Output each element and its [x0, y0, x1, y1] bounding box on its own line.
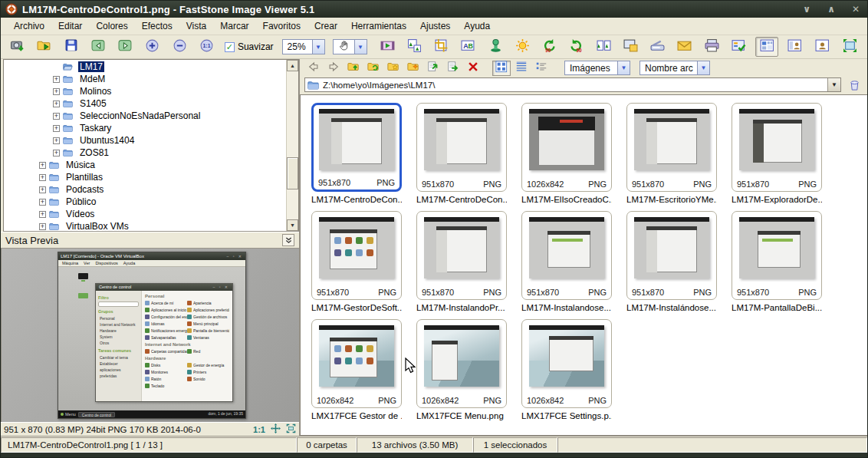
- menu-efectos[interactable]: Efectos: [135, 18, 179, 34]
- expander-icon[interactable]: +: [53, 113, 60, 120]
- screen-capture-button[interactable]: [620, 37, 641, 57]
- actual-size-button[interactable]: 1:1: [196, 37, 217, 57]
- fit-window-icon[interactable]: [286, 423, 296, 436]
- tree-item-vídeos[interactable]: +Vídeos: [4, 208, 285, 220]
- close-button[interactable]: ✕: [849, 4, 863, 15]
- thumbnail-cell[interactable]: 951x870PNG: [626, 211, 717, 300]
- thumbnails-view-button[interactable]: [492, 61, 511, 76]
- fullscreen-button[interactable]: [838, 37, 861, 57]
- collapse-preview-button[interactable]: [282, 234, 294, 246]
- up-folder-button[interactable]: [344, 61, 363, 76]
- expander-icon[interactable]: +: [39, 174, 46, 181]
- tree-scrollbar[interactable]: ▲ ▼: [286, 60, 298, 231]
- hand-tool-select-dropdown-button[interactable]: ▼: [354, 40, 367, 54]
- actual-size-button[interactable]: 1:1: [253, 425, 265, 434]
- tree-item-ubuntus1404[interactable]: +Ubuntus1404: [4, 134, 285, 147]
- resize-button[interactable]: [404, 37, 425, 57]
- expander-icon[interactable]: +: [39, 199, 46, 206]
- slideshow-button[interactable]: [377, 37, 398, 57]
- tree-item-zos81[interactable]: +ZOS81: [4, 147, 285, 159]
- sort-select-dropdown-button[interactable]: ▼: [697, 61, 709, 74]
- thumbnail-cell[interactable]: 951x870PNG: [311, 211, 402, 300]
- zoom-in-button[interactable]: [142, 37, 163, 57]
- menu-herramientas[interactable]: Herramientas: [344, 18, 413, 34]
- address-dropdown-button[interactable]: ▼: [827, 78, 840, 91]
- tree-item-virtualbox-vms[interactable]: +VirtualBox VMs: [4, 220, 285, 231]
- tree-item-podcasts[interactable]: +Podcasts: [4, 183, 285, 196]
- open-folder-button[interactable]: [34, 37, 54, 57]
- filter-select[interactable]: Imágenes▼: [564, 61, 630, 75]
- scroll-track[interactable]: [287, 71, 298, 219]
- thumbnail-cell[interactable]: 1026x842PNG: [521, 319, 612, 408]
- menu-crear[interactable]: Crear: [307, 18, 344, 34]
- camera-download-button[interactable]: [7, 37, 28, 57]
- thumbnail-cell[interactable]: 1026x842PNG: [521, 103, 612, 192]
- rename-button[interactable]: AB: [458, 37, 478, 57]
- rotate-right-button[interactable]: 90: [566, 37, 587, 57]
- refresh-folder-button[interactable]: [364, 61, 383, 76]
- hand-tool-select[interactable]: ▼: [333, 39, 367, 54]
- tree-item-música[interactable]: +Música: [4, 159, 285, 171]
- menu-marcar[interactable]: Marcar: [213, 18, 255, 34]
- menu-favoritos[interactable]: Favoritos: [256, 18, 307, 34]
- details-view-button[interactable]: [512, 61, 531, 76]
- clone-stamp-button[interactable]: [485, 37, 506, 57]
- smooth-checkbox[interactable]: ✓: [225, 42, 235, 52]
- thumbnail-cell[interactable]: 951x870PNG: [732, 211, 822, 300]
- tree-item-s1405[interactable]: +S1405: [4, 97, 285, 110]
- filter-select-dropdown-button[interactable]: ▼: [617, 61, 630, 74]
- minimize-button[interactable]: ∨: [800, 4, 814, 15]
- tree-item-lm17[interactable]: +LM17: [4, 61, 285, 73]
- back-button[interactable]: [304, 61, 323, 76]
- tree-item-público[interactable]: +Público: [4, 196, 285, 208]
- expander-icon[interactable]: +: [39, 211, 46, 218]
- expander-icon[interactable]: +: [39, 162, 46, 169]
- thumbnail-cell[interactable]: 1026x842PNG: [416, 319, 507, 408]
- copy-to-folder-button[interactable]: [444, 61, 462, 76]
- zoom-out-button[interactable]: [169, 37, 190, 57]
- tree-item-mdem[interactable]: +MdeM: [4, 73, 285, 85]
- tree-item-plantillas[interactable]: +Plantillas: [4, 171, 285, 183]
- menu-ajustes[interactable]: Ajustes: [413, 18, 457, 34]
- layout-viewer-button[interactable]: [810, 37, 833, 57]
- thumbnail-cell[interactable]: 951x870PNG: [626, 103, 717, 192]
- expander-icon[interactable]: +: [39, 186, 46, 193]
- layout-browser-button[interactable]: [755, 37, 778, 57]
- forward-button[interactable]: [324, 61, 343, 76]
- favorites-folder-button[interactable]: [384, 61, 403, 76]
- pan-icon[interactable]: [271, 423, 281, 436]
- layout-thumbnail-button[interactable]: [783, 37, 806, 57]
- scroll-up-button[interactable]: ▲: [287, 60, 298, 71]
- scroll-down-button[interactable]: ▼: [287, 219, 298, 231]
- menu-editar[interactable]: Editar: [51, 18, 89, 34]
- move-to-folder-button[interactable]: [424, 61, 442, 76]
- maximize-button[interactable]: ∧: [824, 4, 838, 15]
- recycle-bin-icon[interactable]: [846, 77, 863, 93]
- zoom-select-dropdown-button[interactable]: ▼: [312, 40, 324, 54]
- tree-item-seleccionnoesnadapersonal[interactable]: +SeleccionNoEsNadaPersonal: [4, 110, 285, 122]
- expander-icon[interactable]: +: [53, 76, 60, 83]
- settings-button[interactable]: [728, 37, 749, 57]
- menu-archivo[interactable]: Archivo: [7, 18, 51, 34]
- thumbnail-cell[interactable]: 951x870PNG: [521, 211, 612, 300]
- thumbnail-cell[interactable]: 951x870PNG: [416, 211, 507, 300]
- print-button[interactable]: [702, 37, 722, 57]
- save-button[interactable]: [61, 37, 82, 57]
- scanner-button[interactable]: [647, 37, 668, 57]
- crop-button[interactable]: [431, 37, 452, 57]
- menu-vista[interactable]: Vista: [179, 18, 213, 34]
- thumbnail-cell[interactable]: 1026x842PNG: [311, 319, 402, 408]
- brightness-button[interactable]: [512, 37, 533, 57]
- delete-button[interactable]: [464, 61, 482, 76]
- tree-item-taskary[interactable]: +Taskary: [4, 122, 285, 134]
- email-button[interactable]: [674, 37, 695, 57]
- rotate-left-button[interactable]: 90: [539, 37, 560, 57]
- address-bar[interactable]: Z:\home\yo\Imágenes\LM17\ ▼: [304, 77, 841, 92]
- expander-icon[interactable]: +: [53, 125, 60, 132]
- thumbnail-cell[interactable]: 951x870PNG: [311, 103, 402, 192]
- back-button[interactable]: [88, 37, 109, 57]
- forward-button[interactable]: [115, 37, 136, 57]
- zoom-select[interactable]: 25%▼: [282, 39, 325, 54]
- new-folder-button[interactable]: [404, 61, 422, 76]
- expander-icon[interactable]: +: [53, 137, 60, 144]
